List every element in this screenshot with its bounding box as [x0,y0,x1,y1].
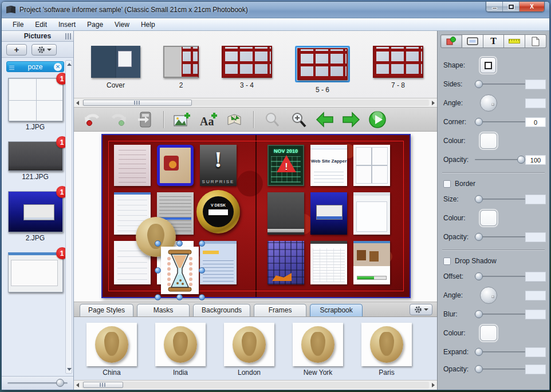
resize-handle-ne[interactable] [199,240,205,247]
photo-cell[interactable] [353,192,390,235]
photo-cell[interactable]: V DESK [200,192,237,235]
scrapbook-item-india[interactable]: India [155,323,206,380]
shadow-angle-value[interactable] [525,291,546,300]
menu-insert[interactable]: Insert [53,19,81,30]
resize-handle-n[interactable] [176,240,183,247]
tab-ruler-tool[interactable] [504,34,525,48]
scroll-left-icon[interactable] [76,383,79,387]
selected-element[interactable] [158,243,202,298]
resize-handle-w[interactable] [155,267,161,274]
page-thumb-3-4[interactable]: 3 - 4 [222,46,272,89]
scrapbook-scrollbar[interactable] [74,380,437,390]
scroll-thumb[interactable] [83,100,192,106]
shadow-opacity-slider[interactable] [475,365,525,373]
corner-slider[interactable] [475,118,525,126]
picture-thumbnail[interactable] [8,141,63,171]
previous-page-button[interactable] [314,110,335,129]
tab-backgrounds[interactable]: Backgrounds [193,304,250,316]
photo-cell-framed[interactable] [157,145,194,186]
next-page-button[interactable] [341,110,361,129]
opacity-slider[interactable] [475,156,525,164]
tab-frame-tool[interactable] [462,34,483,48]
sides-slider-knob[interactable] [475,80,483,88]
shadow-offset-slider[interactable] [475,272,525,280]
tab-frames[interactable]: Frames [254,304,306,316]
shadow-blur-slider[interactable] [475,310,525,318]
page-thumbnail[interactable] [297,48,348,80]
shape-colour-swatch[interactable] [480,133,497,149]
scrapbook-card[interactable] [86,323,137,366]
scroll-track[interactable] [82,100,429,106]
page-thumb-5-6-selected[interactable]: 5 - 6 [295,46,350,94]
border-size-knob[interactable] [475,195,483,203]
page-thumbnail[interactable] [91,46,140,78]
picture-thumbnail[interactable] [8,191,63,232]
picture-item[interactable]: 1 [8,252,63,292]
angle-dial[interactable] [480,94,497,112]
minimize-button[interactable] [486,2,503,11]
preview-button[interactable] [367,110,388,129]
scroll-right-icon[interactable] [432,101,435,105]
shadow-angle-dial[interactable] [480,287,497,304]
scrapbook-card[interactable] [361,323,412,366]
angle-value[interactable] [525,98,546,108]
pages-scrollbar[interactable] [74,98,437,108]
tab-text-tool[interactable]: T [483,34,505,48]
picture-group-header[interactable]: poze ✕ [6,61,64,72]
page-spread[interactable]: ! SURPRISE V DESK [101,134,411,298]
sides-slider[interactable] [475,80,525,88]
menu-file[interactable]: File [7,19,29,30]
photo-cell[interactable] [267,192,304,235]
pictures-options-button[interactable] [32,44,57,56]
shadow-blur-knob[interactable] [475,310,483,318]
scrapbook-card[interactable] [155,323,206,366]
thumbnail-size-knob[interactable] [56,379,64,387]
tab-page-styles[interactable]: Page Styles [80,304,133,316]
resize-handle-se[interactable] [199,294,205,300]
page-thumbnail[interactable] [222,46,272,78]
tab-scrapbook[interactable]: Scrapbook [310,304,363,316]
photo-cell[interactable]: ! SURPRISE [200,145,237,186]
scroll-left-icon[interactable] [76,101,79,105]
shadow-expand-slider[interactable] [475,348,525,356]
scroll-down-icon[interactable] [67,368,72,371]
shadow-colour-swatch[interactable] [480,325,497,341]
shadow-blur-value[interactable] [525,310,546,319]
title-bar[interactable]: Project 'software informer sample' (Clas… [2,2,549,18]
scroll-thumb[interactable] [83,382,123,388]
photo-cell[interactable] [200,241,237,284]
border-opacity-value[interactable] [525,232,546,242]
sides-value[interactable] [525,80,546,89]
corner-slider-knob[interactable] [475,118,483,126]
resize-handle-sw[interactable] [155,294,161,300]
tab-page-tool[interactable] [525,34,546,48]
photo-cell[interactable] [310,241,347,284]
add-text-button[interactable]: Aa [198,110,219,129]
hourglass-clipart[interactable] [161,247,199,294]
tab-masks[interactable]: Masks [137,304,190,316]
corner-value[interactable]: 0 [525,117,546,127]
shadow-expand-knob[interactable] [475,348,483,356]
shadow-offset-knob[interactable] [475,272,483,280]
opacity-slider-knob[interactable] [517,156,525,164]
photo-cell[interactable] [310,192,347,235]
border-opacity-knob[interactable] [475,233,483,241]
page-thumbnail[interactable] [373,46,423,78]
page-canvas[interactable]: ! SURPRISE V DESK [74,132,437,302]
photo-cell[interactable] [267,241,304,284]
redo-button[interactable] [108,110,129,129]
add-pages-button[interactable] [225,110,245,129]
picture-item[interactable]: 1 2.JPG [8,191,63,242]
menu-page[interactable]: Page [82,19,108,30]
shadow-expand-value[interactable] [525,347,546,357]
pictures-scrollbar[interactable] [65,60,72,374]
opacity-value[interactable]: 100 [525,155,546,165]
library-options-button[interactable] [410,304,432,315]
vdesk-badge[interactable]: V DESK [196,190,240,233]
scrapbook-card[interactable] [224,323,274,366]
thumbnail-size-slider[interactable] [7,382,68,384]
group-close-icon[interactable]: ✕ [54,63,62,71]
scrapbook-card[interactable] [293,323,343,366]
border-colour-swatch[interactable] [480,210,497,226]
scroll-right-icon[interactable] [432,383,435,387]
